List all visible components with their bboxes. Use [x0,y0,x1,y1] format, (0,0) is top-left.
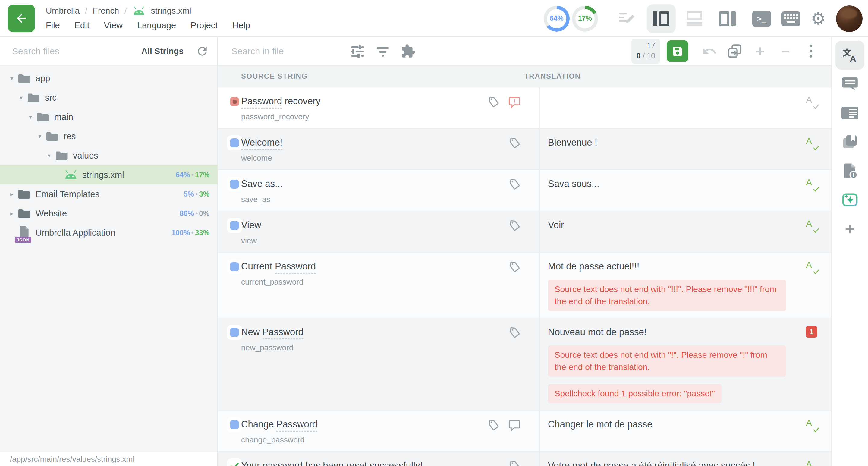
spellcheck-review-icon[interactable]: A [806,219,819,233]
gear-icon[interactable]: ⚙ [811,10,826,27]
minus-icon[interactable]: − [777,43,794,60]
spellcheck-review-icon[interactable]: A [806,95,819,109]
tree-expand-icon[interactable]: ▸ [7,210,16,217]
breadcrumb-file[interactable]: strings.xml [151,6,191,16]
string-row-change_password[interactable]: Change Password change_password Changer … [218,410,831,452]
strings-scope-dropdown[interactable]: All Strings [141,46,184,56]
source-cell[interactable]: Welcome! welcome [241,129,539,169]
translation-cell[interactable]: Mot de passe actuel!!! Source text does … [539,253,831,318]
source-meta-icons[interactable] [509,220,521,232]
string-row-view[interactable]: View view Voir A [218,211,831,253]
layout-toggle-group [647,4,742,33]
source-cell[interactable]: Password recovery password_recovery ! [241,87,539,128]
source-meta-icons[interactable] [509,137,521,149]
comments-panel-icon[interactable] [835,70,864,99]
ai-panel-icon[interactable] [835,185,864,214]
source-cell[interactable]: Current Password current_password [241,253,539,318]
translation-cell[interactable]: Bienvenue ! A [539,129,831,169]
source-cell[interactable]: New Password new_password [241,318,539,410]
source-meta-icons[interactable] [509,460,521,466]
spellcheck-review-icon[interactable]: A [806,136,819,150]
source-meta-icons[interactable] [509,261,521,273]
tree-item-strings-xml[interactable]: strings.xml64%•17% [0,165,217,184]
source-meta-icons[interactable] [488,419,521,432]
translation-cell[interactable]: A [539,87,831,128]
source-meta-icons[interactable]: ! [488,96,521,108]
string-row-password_reset_success[interactable]: Your password has been reset successfull… [218,452,831,466]
tree-item-email-templates[interactable]: ▸ Email Templates5%•3% [0,184,217,204]
context-panel-icon[interactable] [835,99,864,127]
duplicate-icon[interactable] [726,43,743,60]
tm-panel-icon[interactable] [835,127,864,156]
undo-icon[interactable] [701,43,718,60]
folder-open-icon [44,131,60,142]
translated-progress-ring[interactable]: 64% [544,6,569,32]
string-row-new_password[interactable]: New Password new_password Nouveau mot de… [218,318,831,410]
tree-expand-icon[interactable]: ▾ [26,113,35,121]
save-button[interactable] [667,40,688,62]
translation-cell[interactable]: Votre mot de passe a été réinitialisé av… [539,452,831,466]
tree-item-main[interactable]: ▾ main [0,107,217,127]
source-cell[interactable]: Change Password change_password [241,410,539,451]
source-meta-icons[interactable] [509,327,521,339]
back-button[interactable] [8,4,35,32]
menu-file[interactable]: File [46,21,60,30]
breadcrumb-project[interactable]: Umbrella [46,6,80,16]
tree-item-res[interactable]: ▾ res [0,127,217,146]
tree-item-app[interactable]: ▾ app [0,69,217,88]
tree-item-src[interactable]: ▾ src [0,88,217,107]
string-row-current_password[interactable]: Current Password current_password Mot de… [218,253,831,318]
keyboard-icon[interactable] [781,11,801,26]
tree-item-umbrella-application[interactable]: JSON Umbrella Application100%•33% [0,223,217,242]
spellcheck-review-icon[interactable]: A [806,460,819,466]
search-in-file-input[interactable] [231,46,340,56]
plus-icon[interactable]: + [752,43,769,60]
menu-view[interactable]: View [104,21,123,30]
menu-project[interactable]: Project [190,21,218,30]
spellcheck-review-icon[interactable]: A [806,260,819,274]
translate-panel-icon[interactable]: A [835,41,864,70]
string-row-save_as[interactable]: Save as... save_as Sava sous... A [218,170,831,211]
string-row-password_recovery[interactable]: Password recovery password_recovery ! A [218,87,831,129]
tree-expand-icon[interactable]: ▾ [44,152,54,159]
tree-expand-icon[interactable]: ▾ [7,75,16,82]
spellcheck-review-icon[interactable]: A [806,178,819,192]
string-row-welcome[interactable]: Welcome! welcome Bienvenue ! A [218,129,831,170]
tree-expand-icon[interactable]: ▸ [7,190,16,198]
source-cell[interactable]: Save as... save_as [241,170,539,211]
plugin-icon[interactable] [400,43,416,59]
draft-edit-icon[interactable] [618,10,635,27]
source-cell[interactable]: View view [241,211,539,252]
menu-edit[interactable]: Edit [74,21,90,30]
menu-language[interactable]: Language [137,21,176,30]
source-meta-icons[interactable] [509,179,521,190]
file-info-panel-icon[interactable]: i [835,156,864,185]
spellcheck-review-icon[interactable]: A [806,418,819,432]
layout-side-by-side-button[interactable] [647,4,676,33]
tree-item-values[interactable]: ▾ values [0,146,217,165]
kebab-menu-icon[interactable] [802,43,819,60]
add-panel-icon[interactable]: + [835,214,864,243]
translation-cell[interactable]: Voir A [539,211,831,252]
menu-help[interactable]: Help [232,21,250,30]
translation-cell[interactable]: Sava sous... A [539,170,831,211]
layout-top-bottom-button[interactable] [680,4,709,33]
tree-expand-icon[interactable]: ▾ [35,133,44,140]
refresh-icon[interactable] [195,44,209,58]
filter-settings-icon[interactable] [350,43,365,59]
breadcrumb-language[interactable]: French [93,6,119,16]
translation-cell[interactable]: Nouveau mot de passe! Source text does n… [539,318,831,410]
filter-icon[interactable] [375,43,391,59]
approved-progress-ring[interactable]: 17% [572,6,598,32]
search-files-input[interactable] [12,46,141,56]
terminal-icon[interactable]: >_ [752,10,771,27]
tree-expand-icon[interactable]: ▾ [17,94,26,101]
tag-icon [487,95,500,109]
tag-icon [508,459,521,466]
tree-item-website[interactable]: ▸ Website86%•0% [0,204,217,223]
source-cell[interactable]: Your password has been reset successfull… [241,452,539,466]
user-avatar[interactable] [836,5,863,32]
translation-cell[interactable]: Changer le mot de passe A [539,410,831,451]
layout-right-button[interactable] [713,4,742,33]
issue-count-badge[interactable]: 1 [806,326,817,338]
